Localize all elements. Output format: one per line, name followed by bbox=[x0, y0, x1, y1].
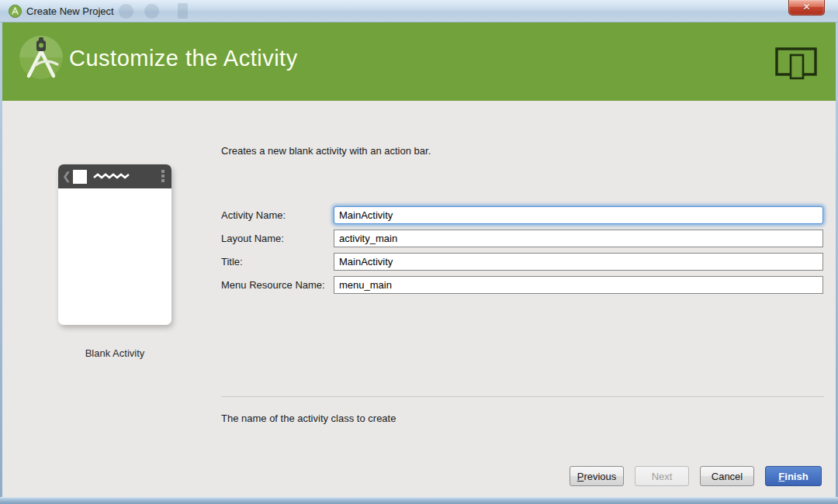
titlebar-ghost-button bbox=[119, 4, 133, 19]
page-title: Customize the Activity bbox=[69, 46, 298, 71]
form-factor-icon bbox=[774, 43, 818, 81]
titlebar-ghost-button bbox=[144, 4, 159, 19]
preview-action-bar: ❮ bbox=[58, 164, 171, 188]
android-studio-icon bbox=[9, 5, 22, 18]
create-new-project-window: Create New Project ✕ Customize the Activ… bbox=[0, 0, 838, 504]
title-bar[interactable]: Create New Project ✕ bbox=[0, 0, 838, 22]
close-button[interactable]: ✕ bbox=[788, 0, 825, 16]
next-button[interactable]: Next bbox=[635, 466, 689, 486]
menu-resource-name-label: Menu Resource Name: bbox=[221, 279, 325, 291]
title-input[interactable] bbox=[334, 253, 823, 271]
layout-name-input[interactable] bbox=[334, 230, 823, 247]
layout-name-label: Layout Name: bbox=[221, 233, 284, 244]
finish-button[interactable]: Finish bbox=[765, 466, 822, 486]
wizard-header: Customize the Activity bbox=[2, 22, 836, 101]
title-placeholder-zigzag bbox=[93, 172, 132, 180]
title-label: Title: bbox=[221, 256, 243, 268]
window-frame-bottom bbox=[0, 497, 838, 504]
previous-button[interactable]: Previous bbox=[570, 466, 624, 486]
activity-template-name: Blank Activity bbox=[58, 347, 171, 359]
titlebar-ghost-button bbox=[178, 3, 188, 19]
overflow-menu-icon bbox=[161, 170, 164, 184]
activity-preview-thumbnail: ❮ bbox=[58, 164, 171, 325]
activity-name-input[interactable] bbox=[334, 206, 823, 224]
wizard-body: ❮ Blank Activity Creates a new blank act… bbox=[2, 101, 836, 497]
window-title: Create New Project bbox=[26, 5, 114, 17]
menu-resource-name-input[interactable] bbox=[334, 276, 823, 294]
template-description: Creates a new blank activity with an act… bbox=[221, 145, 431, 157]
back-chevron-icon: ❮ bbox=[62, 170, 71, 182]
separator bbox=[221, 396, 824, 397]
android-studio-logo bbox=[19, 35, 64, 80]
close-icon: ✕ bbox=[802, 2, 810, 12]
cancel-button[interactable]: Cancel bbox=[700, 466, 754, 486]
activity-name-label: Activity Name: bbox=[221, 209, 286, 221]
app-icon-placeholder bbox=[73, 170, 87, 184]
field-hint-text: The name of the activity class to create bbox=[221, 413, 396, 424]
